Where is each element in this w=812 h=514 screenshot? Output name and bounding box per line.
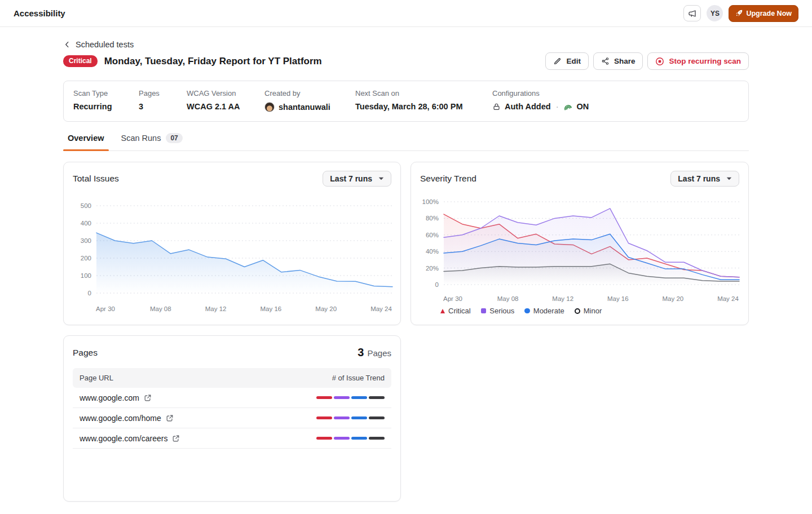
svg-text:May 08: May 08 — [150, 305, 171, 312]
auth-added-label: Auth Added — [505, 102, 551, 111]
table-row: www.google.com/home — [73, 408, 391, 428]
table-row: www.google.com — [73, 388, 391, 408]
tab-scan-runs[interactable]: Scan Runs 07 — [117, 133, 187, 150]
svg-text:May 16: May 16 — [607, 295, 629, 302]
upgrade-now-button[interactable]: Upgrade Now — [729, 5, 798, 22]
svg-text:May 08: May 08 — [497, 295, 519, 302]
tab-overview[interactable]: Overview — [63, 133, 109, 150]
wcag-version-field: WCAG Version WCAG 2.1 AA — [187, 89, 264, 112]
issue-trend-bar — [316, 416, 385, 419]
caret-down-icon — [726, 177, 732, 180]
svg-text:80%: 80% — [426, 215, 439, 221]
svg-text:May 20: May 20 — [663, 295, 684, 302]
critical-marker-icon — [440, 309, 445, 313]
svg-text:May 20: May 20 — [315, 305, 337, 312]
external-link-icon[interactable] — [166, 414, 174, 422]
chevron-left-icon — [63, 41, 71, 48]
creator-name: shantanuwali — [279, 103, 330, 112]
page-url[interactable]: www.google.com/home — [80, 414, 161, 423]
lock-icon — [492, 103, 501, 111]
external-link-icon[interactable] — [144, 394, 152, 402]
page-title: Monday, Tuesday, Friday Report for YT Pl… — [104, 56, 322, 67]
rocket-icon — [735, 10, 743, 17]
svg-text:300: 300 — [81, 237, 91, 244]
issue-trend-bar — [316, 396, 385, 399]
column-issue-trend: # of Issue Trend — [332, 374, 385, 382]
user-avatar[interactable]: YS — [707, 5, 723, 21]
edit-button[interactable]: Edit — [545, 52, 589, 70]
pencil-icon — [553, 57, 562, 65]
title-row: Critical Monday, Tuesday, Friday Report … — [63, 52, 749, 70]
severity-badge: Critical — [63, 55, 98, 67]
configurations-field: Configurations Auth Added · ON — [492, 89, 589, 112]
svg-text:May 24: May 24 — [717, 295, 739, 302]
next-scan-field: Next Scan on Tuesday, March 28, 6:00 PM — [355, 89, 492, 112]
svg-text:500: 500 — [81, 202, 91, 209]
svg-text:Apr 30: Apr 30 — [443, 295, 462, 302]
legend-critical: Critical — [440, 307, 471, 315]
main-content: Scheduled tests Critical Monday, Tuesday… — [0, 27, 812, 502]
svg-text:100%: 100% — [422, 198, 439, 205]
pages-title: Pages — [73, 348, 98, 358]
breadcrumb-label: Scheduled tests — [76, 40, 134, 49]
top-bar-actions: YS Upgrade Now — [683, 5, 798, 22]
share-button[interactable]: Share — [593, 52, 643, 70]
svg-text:May 12: May 12 — [205, 305, 227, 312]
svg-text:May 16: May 16 — [261, 305, 282, 312]
legend-minor: Minor — [575, 307, 602, 315]
minor-marker-icon — [575, 308, 580, 314]
title-group: Critical Monday, Tuesday, Friday Report … — [63, 55, 322, 67]
megaphone-icon — [688, 9, 697, 18]
caret-down-icon — [378, 177, 384, 180]
announcements-button[interactable] — [683, 5, 701, 21]
svg-text:20%: 20% — [426, 265, 439, 272]
charts-row: Total Issues Last 7 runs 500400300200100… — [63, 162, 749, 325]
severity-trend-card: Severity Trend Last 7 runs 100%80%60%40%… — [411, 162, 749, 325]
pages-field: Pages 3 — [139, 89, 187, 112]
svg-text:400: 400 — [81, 220, 91, 227]
top-bar: Accessibility YS Upgrade Now — [0, 0, 812, 27]
pages-table-header: Page URL # of Issue Trend — [73, 368, 391, 388]
severity-legend: Critical Serious Moderate Minor — [440, 307, 602, 315]
scan-type-field: Scan Type Recurring — [73, 89, 139, 112]
moderate-marker-icon — [524, 308, 530, 314]
external-link-icon[interactable] — [172, 435, 180, 442]
smart-scan-icon — [563, 102, 572, 111]
svg-text:0: 0 — [88, 290, 91, 296]
svg-text:100: 100 — [81, 272, 91, 279]
severity-trend-range-select[interactable]: Last 7 runs — [670, 171, 739, 187]
svg-text:200: 200 — [81, 255, 91, 262]
svg-text:May 12: May 12 — [552, 295, 573, 302]
smart-scan-state: ON — [576, 102, 589, 111]
total-issues-range-select[interactable]: Last 7 runs — [323, 171, 391, 187]
pages-card: Pages 3 Pages Page URL # of Issue Trend … — [63, 335, 401, 502]
svg-text:Apr 30: Apr 30 — [96, 305, 115, 312]
svg-text:0: 0 — [435, 281, 439, 288]
app-title: Accessibility — [14, 8, 65, 18]
page-url[interactable]: www.google.com — [80, 393, 139, 402]
tab-bar: Overview Scan Runs 07 — [63, 133, 749, 151]
svg-text:60%: 60% — [426, 232, 439, 238]
creator-avatar — [264, 102, 275, 112]
scan-runs-count-badge: 07 — [166, 133, 182, 143]
total-issues-title: Total Issues — [73, 174, 119, 184]
pages-count: 3 Pages — [358, 346, 391, 359]
svg-text:May 24: May 24 — [370, 305, 392, 312]
total-issues-card: Total Issues Last 7 runs 500400300200100… — [63, 162, 401, 325]
serious-marker-icon — [481, 308, 487, 314]
title-actions: Edit Share Stop recurring scan — [545, 52, 749, 70]
severity-trend-title: Severity Trend — [420, 174, 476, 184]
stop-icon — [655, 57, 664, 66]
legend-moderate: Moderate — [524, 307, 564, 315]
severity-trend-chart: 100%80%60%40%20%0Apr 30May 08May 12May 1… — [411, 194, 748, 324]
issue-trend-bar — [316, 437, 385, 440]
total-issues-chart: 5004003002001000Apr 30May 08May 12May 16… — [64, 194, 400, 324]
stop-recurring-scan-button[interactable]: Stop recurring scan — [647, 52, 749, 70]
column-page-url: Page URL — [80, 374, 113, 382]
page-url[interactable]: www.google.com/careers — [80, 434, 167, 443]
share-icon — [601, 57, 610, 65]
breadcrumb[interactable]: Scheduled tests — [63, 40, 749, 49]
table-row: www.google.com/careers — [73, 428, 391, 449]
scan-summary-card: Scan Type Recurring Pages 3 WCAG Version… — [63, 81, 749, 122]
created-by-field: Created by shantanuwali — [264, 89, 355, 112]
